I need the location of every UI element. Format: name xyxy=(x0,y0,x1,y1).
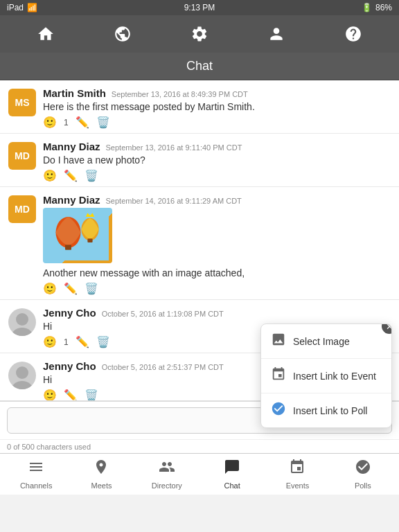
avatar: MD xyxy=(8,142,36,170)
message-text: Here is the first message posted by Mart… xyxy=(43,101,391,112)
tab-chat-label: Chat xyxy=(224,481,240,490)
tab-polls-label: Polls xyxy=(355,481,371,490)
battery-label: 86% xyxy=(375,3,392,12)
message-author: Jenny Cho xyxy=(43,307,96,319)
message-header: Manny Diaz September 13, 2016 at 9:11:40… xyxy=(43,141,391,152)
message-time: October 5, 2016 at 1:19:08 PM CDT xyxy=(102,310,224,318)
edit-icon[interactable]: ✏️ xyxy=(64,169,78,182)
events-icon xyxy=(289,459,305,479)
message-content: Manny Diaz September 13, 2016 at 9:11:40… xyxy=(43,141,391,182)
edit-icon[interactable]: ✏️ xyxy=(76,116,89,129)
message-header: Martin Smith September 13, 2016 at 8:49:… xyxy=(43,87,391,99)
edit-icon[interactable]: ✏️ xyxy=(76,335,89,348)
tab-channels-label: Channels xyxy=(20,481,52,490)
delete-icon[interactable]: 🗑️ xyxy=(96,116,110,129)
delete-icon[interactable]: 🗑️ xyxy=(85,282,98,295)
message-time: September 13, 2016 at 9:11:40 PM CDT xyxy=(106,143,242,152)
message-item: MS Martin Smith September 13, 2016 at 8:… xyxy=(0,80,399,134)
poll-icon xyxy=(271,401,286,420)
wifi-icon: 📶 xyxy=(27,3,37,12)
edit-icon[interactable]: ✏️ xyxy=(64,282,78,295)
message-author: Manny Diaz xyxy=(43,141,100,152)
person-icon[interactable] xyxy=(261,19,292,49)
svg-rect-2 xyxy=(65,245,71,250)
delete-icon[interactable]: 🗑️ xyxy=(96,335,110,348)
emoji-icon[interactable]: 🙂 xyxy=(43,116,57,129)
tab-directory[interactable]: Directory xyxy=(143,455,191,493)
svg-rect-4 xyxy=(87,239,92,242)
page-title-bar: Chat xyxy=(0,53,399,80)
insert-link-event-button[interactable]: Insert Link to Event xyxy=(261,359,391,393)
message-author: Martin Smith xyxy=(43,87,106,99)
status-time: 9:13 PM xyxy=(184,3,215,12)
help-icon[interactable] xyxy=(338,19,369,49)
emoji-icon[interactable]: 🙂 xyxy=(43,389,57,400)
popup-menu: ✕ Select Image Insert Link to Event Inse… xyxy=(260,323,392,428)
tab-events-label: Events xyxy=(286,481,310,490)
svg-point-6 xyxy=(16,313,28,326)
insert-link-event-label: Insert Link to Event xyxy=(293,371,376,382)
reaction-count: 1 xyxy=(64,118,69,127)
tab-bar: Channels Meets Directory Chat Events Pol… xyxy=(0,453,399,495)
svg-point-7 xyxy=(11,328,33,336)
message-actions: 🙂 1 ✏️ 🗑️ xyxy=(43,116,391,129)
tab-meets-label: Meets xyxy=(91,481,112,490)
message-time: September 13, 2016 at 8:49:39 PM CDT xyxy=(112,90,248,98)
tab-events[interactable]: Events xyxy=(273,455,321,493)
globe-icon[interactable] xyxy=(107,19,138,49)
svg-point-9 xyxy=(11,381,33,389)
status-bar: iPad 📶 9:13 PM 🔋 86% xyxy=(0,0,399,15)
channels-icon xyxy=(28,459,44,479)
page-title: Chat xyxy=(186,59,213,73)
tab-channels[interactable]: Channels xyxy=(12,455,60,493)
avatar xyxy=(8,308,36,336)
avatar: MD xyxy=(8,195,36,223)
nav-bar xyxy=(0,15,399,53)
message-text: Do I have a new photo? xyxy=(43,154,391,166)
tab-meets[interactable]: Meets xyxy=(77,455,125,493)
message-actions: 🙂 ✏️ 🗑️ xyxy=(43,169,391,182)
message-item: MD Manny Diaz September 13, 2016 at 9:11… xyxy=(0,134,399,187)
message-content: Martin Smith September 13, 2016 at 8:49:… xyxy=(43,87,391,129)
settings-icon[interactable] xyxy=(184,19,215,49)
message-image xyxy=(43,208,112,263)
message-author: Jenny Cho xyxy=(43,360,96,372)
reaction-count: 1 xyxy=(64,337,69,347)
edit-icon[interactable]: ✏️ xyxy=(64,389,78,400)
tab-polls[interactable]: Polls xyxy=(339,455,387,493)
chat-icon xyxy=(224,459,240,479)
insert-link-poll-button[interactable]: Insert Link to Poll xyxy=(261,393,391,427)
message-header: Manny Diaz September 14, 2016 at 9:11:29… xyxy=(43,194,391,206)
avatar: MS xyxy=(8,89,36,116)
image-icon xyxy=(271,332,286,351)
message-author: Manny Diaz xyxy=(43,194,100,206)
directory-icon xyxy=(159,459,175,479)
status-right: 🔋 86% xyxy=(362,3,392,12)
message-actions: 🙂 ✏️ 🗑️ xyxy=(43,282,391,295)
tab-directory-label: Directory xyxy=(152,481,182,490)
avatar xyxy=(8,362,36,389)
emoji-icon[interactable]: 🙂 xyxy=(43,169,57,182)
message-header: Jenny Cho October 5, 2016 at 1:19:08 PM … xyxy=(43,307,391,319)
emoji-icon[interactable]: 🙂 xyxy=(43,335,57,348)
polls-icon xyxy=(355,459,371,479)
message-text: Another new message with an image attach… xyxy=(43,267,391,278)
carrier-label: iPad xyxy=(7,3,24,12)
message-time: October 5, 2016 at 2:51:37 PM CDT xyxy=(102,363,224,371)
select-image-button[interactable]: Select Image xyxy=(261,324,391,359)
emoji-icon[interactable]: 🙂 xyxy=(43,282,57,295)
svg-point-8 xyxy=(16,366,28,379)
tab-chat[interactable]: Chat xyxy=(208,455,256,493)
message-content: Manny Diaz September 14, 2016 at 9:11:29… xyxy=(43,194,391,295)
delete-icon[interactable]: 🗑️ xyxy=(85,169,98,182)
calendar-icon xyxy=(271,366,286,385)
char-count: 0 of 500 characters used xyxy=(0,439,399,453)
insert-link-poll-label: Insert Link to Poll xyxy=(293,405,367,416)
delete-icon[interactable]: 🗑️ xyxy=(85,389,98,400)
message-time: September 14, 2016 at 9:11:29 AM CDT xyxy=(106,197,242,205)
message-item: MD Manny Diaz September 14, 2016 at 9:11… xyxy=(0,187,399,300)
meets-icon xyxy=(93,459,109,479)
bluetooth-icon: 🔋 xyxy=(362,3,372,12)
home-icon[interactable] xyxy=(30,19,61,49)
select-image-label: Select Image xyxy=(293,336,350,347)
